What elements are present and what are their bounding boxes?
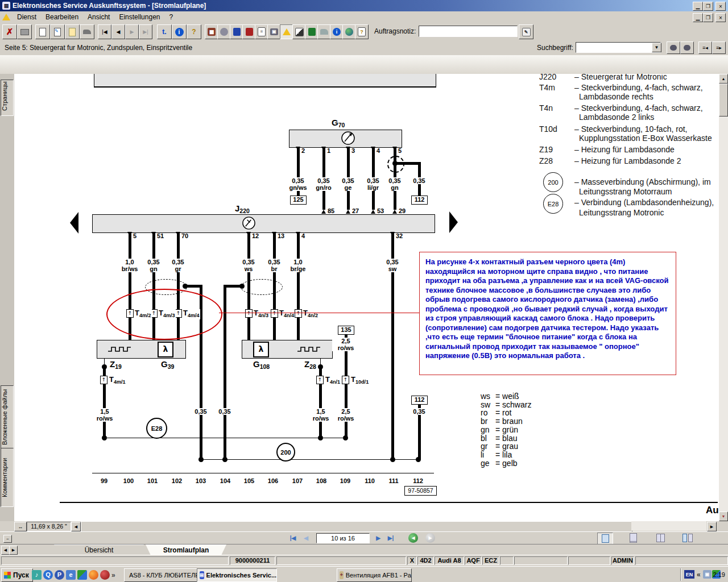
text-tool-icon[interactable]: t. bbox=[157, 24, 172, 39]
hscrollbar-track[interactable] bbox=[631, 521, 706, 531]
result-next-icon[interactable]: ≡▸ bbox=[712, 41, 726, 54]
prev-page-button[interactable]: ◀ bbox=[111, 24, 125, 39]
mdi-restore-button[interactable]: ❐ bbox=[703, 13, 713, 22]
tray-network-icon[interactable]: ▣ bbox=[703, 570, 712, 579]
language-indicator[interactable]: EN bbox=[684, 570, 694, 579]
mdi-close-button[interactable]: × bbox=[715, 13, 726, 22]
facing-layout-icon[interactable] bbox=[653, 533, 668, 543]
last-page-icon[interactable]: ▶| bbox=[385, 533, 396, 543]
vertical-scrollbar[interactable]: ▲ ▼ bbox=[719, 74, 728, 521]
info-icon[interactable]: i bbox=[172, 24, 187, 39]
continuous-layout-icon[interactable] bbox=[626, 533, 640, 543]
car-info-icon[interactable]: i bbox=[330, 24, 344, 39]
task-button-elsa-active[interactable]: ▤ Elektronisches Servic... bbox=[197, 568, 277, 582]
next-diagram-arrow[interactable] bbox=[449, 211, 458, 233]
restore-button[interactable]: ❐ bbox=[703, 2, 713, 11]
task-button-paint[interactable]: ✦ Вентиляция AFB1 - Paint bbox=[337, 568, 412, 582]
doc-question-icon[interactable]: ? bbox=[355, 24, 369, 39]
tab-scroll-left-icon[interactable]: ◀ bbox=[1, 546, 10, 555]
note-document-icon[interactable] bbox=[65, 24, 80, 39]
next-page-icon[interactable]: ▶ bbox=[373, 533, 384, 543]
last-page-button[interactable]: ▶| bbox=[139, 24, 152, 39]
collapse-panel-icon[interactable]: − bbox=[3, 535, 12, 543]
sidebar-tab-attachments[interactable]: Вложенные файлы bbox=[1, 385, 14, 450]
tab-scroll-right-icon[interactable]: ▶ bbox=[9, 546, 18, 555]
workstation-icon[interactable]: ▣ bbox=[267, 24, 281, 39]
close-button[interactable]: × bbox=[715, 2, 726, 11]
prev-diagram-arrow[interactable] bbox=[70, 212, 78, 234]
edit-document-icon[interactable]: ✎ bbox=[50, 24, 65, 39]
legend-desc: – Steckverbindung, 4-fach, schwarz, bbox=[574, 104, 703, 113]
mdi-minimize-button[interactable]: ▁ bbox=[693, 13, 703, 22]
contrast-icon[interactable] bbox=[292, 24, 306, 39]
quicklaunch-media-icon[interactable]: ♪ bbox=[32, 570, 42, 580]
minimize-button[interactable]: ▁ bbox=[693, 2, 703, 11]
auftragsnotiz-edit-icon[interactable]: ✎ bbox=[519, 24, 533, 39]
quicklaunch-overflow-chevron[interactable]: » bbox=[111, 571, 115, 579]
tab-stromlaufplan[interactable]: Stromlaufplan bbox=[146, 544, 226, 555]
scrollbar-thumb[interactable] bbox=[719, 84, 728, 117]
track-number: 106 bbox=[264, 477, 282, 484]
pin-number: 4 bbox=[301, 233, 305, 239]
two-up-layout-icon[interactable] bbox=[680, 533, 695, 543]
next-view-icon[interactable]: ▶ bbox=[425, 533, 435, 543]
search-up-icon[interactable] bbox=[667, 41, 680, 54]
car-parts-icon[interactable] bbox=[317, 24, 331, 39]
scroll-right-icon[interactable]: ▶ bbox=[707, 522, 717, 531]
print-icon[interactable] bbox=[17, 24, 32, 39]
vehicle-icon[interactable] bbox=[80, 24, 94, 39]
blue-book-icon[interactable] bbox=[230, 24, 243, 39]
prev-page-icon[interactable]: ◀ bbox=[300, 533, 312, 543]
quicklaunch-q-icon[interactable]: Q bbox=[43, 570, 53, 580]
sidebar-tab-pages[interactable]: Страницы bbox=[1, 80, 14, 116]
document-list-icon[interactable]: ≡ bbox=[255, 24, 268, 39]
menu-ansicht[interactable]: Ansicht bbox=[83, 12, 114, 22]
scroll-down-icon[interactable]: ▼ bbox=[719, 512, 728, 521]
legend-term: J220 bbox=[539, 74, 556, 81]
quicklaunch-opera-icon[interactable] bbox=[100, 570, 110, 580]
color-code-row: ge= gelb bbox=[481, 459, 531, 468]
menu-dienst[interactable]: Dienst bbox=[13, 12, 41, 22]
pin-arrow bbox=[321, 147, 326, 151]
next-page-button[interactable]: ▶ bbox=[125, 24, 139, 39]
tray-chevron[interactable]: « bbox=[697, 571, 701, 579]
pin-number: 3 bbox=[351, 148, 355, 154]
quicklaunch-p-icon[interactable]: P bbox=[55, 570, 64, 580]
new-document-icon[interactable] bbox=[35, 24, 50, 39]
first-page-icon[interactable]: |◀ bbox=[287, 533, 299, 543]
result-prev-icon[interactable]: ≡◂ bbox=[698, 41, 712, 54]
customer-icon[interactable] bbox=[217, 24, 231, 39]
scroll-up-icon[interactable]: ▲ bbox=[719, 74, 728, 84]
window-grid-icon[interactable]: ▦ bbox=[205, 24, 218, 39]
wiring-diagram-icon[interactable] bbox=[280, 24, 293, 39]
suchbegriff-combo[interactable] bbox=[576, 42, 661, 53]
junction-dot bbox=[416, 457, 421, 462]
first-page-button[interactable]: |◀ bbox=[98, 24, 111, 39]
globe-icon[interactable] bbox=[342, 24, 356, 39]
hscrollbar-thumb[interactable] bbox=[81, 521, 632, 532]
red-book-icon[interactable] bbox=[242, 24, 256, 39]
exit-button[interactable]: ✗ bbox=[2, 24, 17, 39]
menu-einstellungen[interactable]: Einstellungen bbox=[114, 12, 164, 22]
auftragsnotiz-input[interactable] bbox=[419, 26, 518, 37]
sidebar-tab-comments[interactable]: Комментарии bbox=[1, 448, 14, 507]
suchbegriff-dropdown-icon[interactable]: ▼ bbox=[652, 43, 661, 52]
quicklaunch-browser-icon[interactable]: e bbox=[66, 570, 76, 580]
scroll-left-icon[interactable]: ◀ bbox=[71, 522, 81, 531]
menu-bearbeiten[interactable]: Bearbeiten bbox=[41, 12, 83, 22]
menu-help[interactable]: ? bbox=[164, 12, 177, 22]
help-key-icon[interactable]: ? bbox=[187, 24, 201, 39]
search-down-icon[interactable] bbox=[680, 41, 694, 54]
tab-uebersicht[interactable]: Übersicht bbox=[54, 544, 144, 555]
quicklaunch-firefox-icon[interactable] bbox=[89, 570, 98, 580]
splitter-button[interactable]: ↔ bbox=[14, 522, 27, 531]
single-page-layout-icon[interactable] bbox=[597, 533, 613, 544]
task-button-firefox[interactable]: AS8 - КЛУБ ЛЮБИТЕЛЕ... bbox=[124, 568, 199, 582]
junction-dot bbox=[318, 435, 323, 440]
pin-number: 1 bbox=[327, 148, 330, 154]
start-button[interactable]: Пуск bbox=[1, 568, 33, 582]
quicklaunch-grid-icon[interactable] bbox=[77, 570, 87, 580]
green-book-icon[interactable] bbox=[305, 24, 318, 39]
page-number-input[interactable]: 10 из 16 bbox=[316, 533, 370, 543]
previous-view-icon[interactable]: ◀ bbox=[408, 533, 418, 543]
